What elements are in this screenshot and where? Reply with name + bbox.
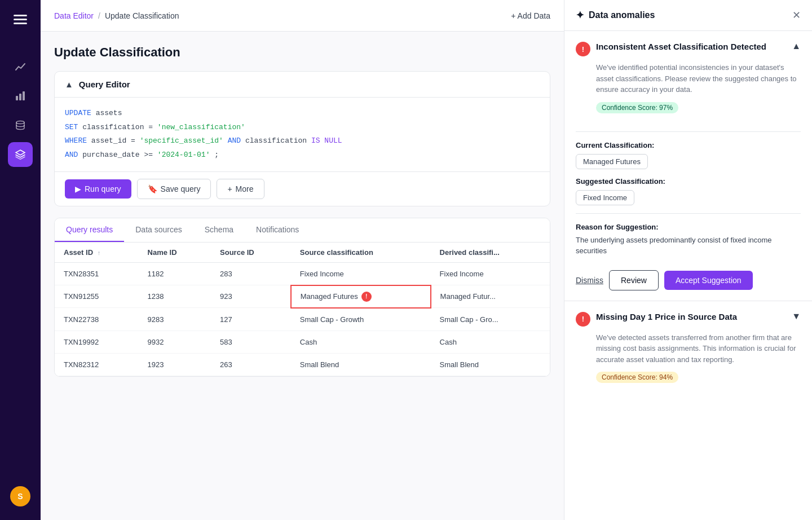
anomaly-2-collapse-button[interactable]: ▼ <box>792 311 801 321</box>
review-button[interactable]: Review <box>609 270 659 290</box>
accept-suggestion-button[interactable]: Accept Suggestion <box>664 271 753 290</box>
cell-source-id: 583 <box>211 330 291 353</box>
cell-source-class: Fixed Income <box>291 262 431 285</box>
reason-label: Reason for Suggestion: <box>576 223 801 231</box>
app-logo <box>9 9 32 32</box>
code-value-3: '2024-01-01' <box>157 151 210 159</box>
cell-source-id: 283 <box>211 262 291 285</box>
sidebar-item-chart[interactable] <box>8 83 33 108</box>
breadcrumb-separator: / <box>98 11 100 20</box>
tab-query-results[interactable]: Query results <box>55 218 124 242</box>
tabs-bar: Query results Data sources Schema Notifi… <box>55 218 550 243</box>
svg-rect-1 <box>14 19 27 20</box>
anomaly-1-divider-2 <box>576 213 801 214</box>
code-line-3: WHERE asset_id = 'specific_asset_id' AND… <box>65 134 540 148</box>
sidebar-item-database[interactable] <box>8 113 33 138</box>
suggested-classification-label: Suggested Classification: <box>576 177 801 186</box>
code-line-4: AND purchase_date >= '2024-01-01' ; <box>65 148 540 162</box>
code-text-4: classification <box>245 136 311 145</box>
col-name-id[interactable]: Name ID <box>139 243 211 263</box>
code-area[interactable]: UPDATE assets SET classification = 'new_… <box>55 98 550 171</box>
col-derived-class[interactable]: Derived classifi... <box>431 243 550 263</box>
anomaly-1-collapse-button[interactable]: ▲ <box>792 41 801 51</box>
cell-asset-id: TXN19992 <box>55 330 139 353</box>
cell-name-id: 9932 <box>139 330 211 353</box>
flag-text: Managed Futures <box>301 292 358 301</box>
avatar[interactable]: S <box>10 486 30 506</box>
cell-name-id: 9283 <box>139 308 211 331</box>
current-classification-row: Current Classification: Managed Futures <box>576 141 801 177</box>
keyword-is-null: IS NULL <box>311 136 342 145</box>
keyword-and-2: AND <box>65 151 78 159</box>
collapse-icon[interactable]: ▲ <box>65 80 73 89</box>
anomaly-1-error-icon: ! <box>576 42 590 56</box>
cell-asset-id: TXN91255 <box>55 285 139 308</box>
panel-header: ✦ Data anomalies ✕ <box>564 0 812 31</box>
cell-name-id: 1182 <box>139 262 211 285</box>
query-editor-title: Query Editor <box>79 80 130 89</box>
table-container: Asset ID ↑ Name ID Source ID Source clas… <box>55 243 550 376</box>
sidebar-item-data-layers[interactable] <box>8 142 33 167</box>
dismiss-button[interactable]: Dismiss <box>576 276 603 285</box>
code-text-2: classification = <box>82 123 157 131</box>
reason-section: Reason for Suggestion: The underlying as… <box>576 223 801 257</box>
code-line-2: SET classification = 'new_classification… <box>65 121 540 135</box>
svg-rect-2 <box>14 23 27 24</box>
page-content: Update Classification ▲ Query Editor UPD… <box>41 32 564 520</box>
sidebar-item-analytics[interactable] <box>8 54 33 79</box>
breadcrumb-link[interactable]: Data Editor <box>54 11 94 20</box>
add-data-button[interactable]: + Add Data <box>511 11 550 20</box>
panel-title-row: ✦ Data anomalies <box>576 9 655 21</box>
tab-data-sources[interactable]: Data sources <box>124 218 193 242</box>
anomaly-2-description: We've detected assets transferred from a… <box>596 332 801 365</box>
error-flag-icon: ! <box>361 292 372 302</box>
tab-schema[interactable]: Schema <box>193 218 245 242</box>
table-row: TXN19992 9932 583 Cash Cash <box>55 330 550 353</box>
cell-derived-class: Small Blend <box>431 353 550 376</box>
topbar: Data Editor / Update Classification + Ad… <box>41 0 564 32</box>
anomaly-1-description: We've identified potential inconsistenci… <box>596 62 801 95</box>
suggested-classification-tag: Fixed Income <box>576 190 634 205</box>
plus-icon: + <box>227 184 232 193</box>
cell-derived-class: Small Cap - Gro... <box>431 308 550 331</box>
anomaly-2-title: Missing Day 1 Price in Source Data <box>596 311 737 323</box>
sidebar: S <box>0 0 41 520</box>
anomaly-2-title-row: ! Missing Day 1 Price in Source Data <box>576 311 737 327</box>
save-query-button[interactable]: 🔖 Save query <box>137 179 211 199</box>
more-label: More <box>236 184 254 193</box>
sparkle-icon: ✦ <box>576 9 584 21</box>
code-line-1: UPDATE assets <box>65 107 540 121</box>
topbar-actions: + Add Data <box>511 11 550 20</box>
col-source-id[interactable]: Source ID <box>211 243 291 263</box>
run-query-button[interactable]: ▶ Run query <box>65 179 131 199</box>
code-value-2: 'specific_asset_id' <box>140 136 223 145</box>
anomaly-1-section: ! Inconsistent Asset Classification Dete… <box>564 31 812 301</box>
close-panel-button[interactable]: ✕ <box>792 9 801 21</box>
current-classification-tag: Managed Futures <box>576 154 648 169</box>
table-header-row: Asset ID ↑ Name ID Source ID Source clas… <box>55 243 550 263</box>
cell-source-id: 127 <box>211 308 291 331</box>
tab-notifications[interactable]: Notifications <box>245 218 310 242</box>
reason-text: The underlying assets predominantly cons… <box>576 235 801 257</box>
save-query-label: Save query <box>161 184 201 193</box>
suggested-classification-row: Suggested Classification: Fixed Income <box>576 177 801 213</box>
cell-asset-id: TXN22738 <box>55 308 139 331</box>
breadcrumb: Data Editor / Update Classification <box>54 11 179 20</box>
svg-rect-4 <box>19 94 21 100</box>
svg-rect-3 <box>16 96 18 100</box>
svg-rect-5 <box>23 91 25 100</box>
main-content: Data Editor / Update Classification + Ad… <box>41 0 564 520</box>
cell-name-id: 1923 <box>139 353 211 376</box>
svg-point-6 <box>16 121 24 124</box>
code-value-1: 'new_classification' <box>157 123 245 131</box>
panel-title-text: Data anomalies <box>589 10 655 20</box>
sidebar-nav <box>8 54 33 167</box>
more-button[interactable]: + More <box>217 179 264 199</box>
col-asset-id[interactable]: Asset ID ↑ <box>55 243 139 263</box>
anomaly-1-title-row: ! Inconsistent Asset Classification Dete… <box>576 41 766 56</box>
col-source-class[interactable]: Source classification <box>291 243 431 263</box>
query-editor-header: ▲ Query Editor <box>55 72 550 98</box>
cell-source-class: Small Blend <box>291 353 431 376</box>
cell-derived-class: Managed Futur... <box>431 285 550 308</box>
anomaly-1-confidence-badge: Confidence Score: 97% <box>596 102 678 113</box>
